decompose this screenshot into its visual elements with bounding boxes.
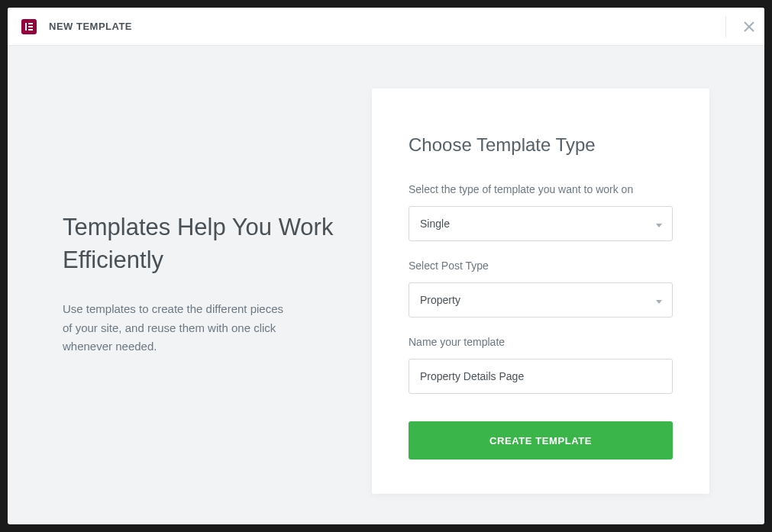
template-name-input[interactable] (409, 359, 673, 394)
modal-header: NEW TEMPLATE (8, 8, 764, 46)
template-form-card: Choose Template Type Select the type of … (372, 89, 709, 494)
header-divider (725, 16, 726, 37)
svg-rect-2 (28, 26, 33, 27)
post-type-group: Select Post Type Property (409, 260, 673, 318)
template-type-select[interactable]: Single (409, 206, 673, 241)
template-name-label: Name your template (409, 336, 673, 348)
svg-rect-3 (28, 29, 33, 31)
close-button[interactable] (734, 8, 764, 46)
svg-rect-0 (25, 23, 27, 31)
marketing-description: Use templates to create the different pi… (63, 300, 292, 356)
template-name-group: Name your template (409, 336, 673, 394)
modal-title: NEW TEMPLATE (49, 21, 132, 32)
create-template-button[interactable]: CREATE TEMPLATE (409, 421, 673, 459)
template-type-label: Select the type of template you want to … (409, 183, 673, 195)
marketing-title: Templates Help You Work Efficiently (63, 211, 341, 277)
elementor-logo-icon (21, 19, 37, 34)
close-icon (744, 18, 754, 36)
marketing-panel: Templates Help You Work Efficiently Use … (63, 89, 341, 494)
new-template-modal: NEW TEMPLATE Templates Help You Work Eff… (8, 8, 764, 524)
form-heading: Choose Template Type (409, 134, 673, 156)
template-type-group: Select the type of template you want to … (409, 183, 673, 241)
svg-rect-1 (28, 23, 33, 24)
post-type-label: Select Post Type (409, 260, 673, 272)
post-type-select[interactable]: Property (409, 282, 673, 318)
modal-body: Templates Help You Work Efficiently Use … (8, 46, 764, 524)
